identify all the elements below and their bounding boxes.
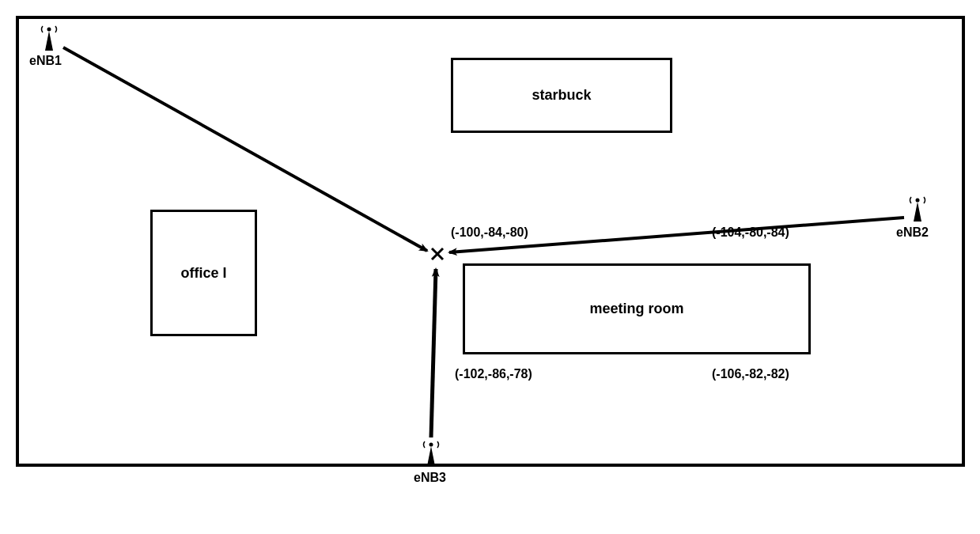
room-starbuck: starbuck — [451, 58, 672, 133]
svg-point-5 — [47, 28, 51, 32]
coord-top-left: (-100,-84,-80) — [451, 225, 528, 240]
antenna-icon — [906, 195, 929, 223]
room-label: meeting room — [589, 301, 683, 317]
enb1-label: eNB1 — [29, 54, 62, 68]
coord-bottom-right: (-106,-82,-82) — [712, 367, 789, 381]
diagram-canvas: starbuck office I meeting room — [0, 0, 980, 534]
enb1-tower — [33, 24, 65, 52]
room-meeting: meeting room — [463, 263, 811, 354]
coord-top-right: (-104,-80,-84) — [712, 225, 789, 240]
target-x-marker — [433, 252, 434, 252]
room-office1: office I — [150, 210, 257, 336]
enb2-tower — [902, 195, 933, 223]
room-label: starbuck — [532, 87, 591, 104]
enb3-tower — [415, 439, 447, 468]
coord-bottom-left: (-102,-86,-78) — [455, 367, 532, 381]
svg-point-7 — [429, 443, 433, 447]
svg-point-6 — [916, 199, 920, 203]
antenna-icon — [38, 24, 60, 52]
room-label: office I — [180, 265, 226, 282]
antenna-icon — [420, 439, 442, 468]
enb2-label: eNB2 — [896, 225, 929, 240]
enb3-label: eNB3 — [414, 471, 446, 485]
